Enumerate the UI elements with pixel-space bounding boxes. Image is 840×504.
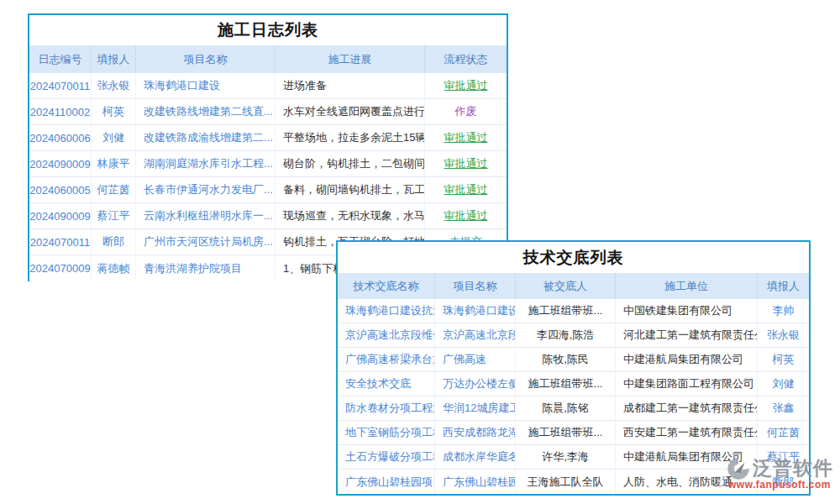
disclosure-recipient-text: 王海施工队全队 [516,470,616,494]
tech-disclosure-title: 技术交底列表 [338,242,809,273]
disclosure-reporter-link[interactable]: 刘健 [758,372,809,396]
log-project-link[interactable]: 湖南洞庭湖水库引水工程... [136,151,276,176]
disclosure-name-link[interactable]: 广东佛山碧桂园项目... [338,470,435,494]
table-row: 防水卷材分项工程施...华润12城房建工...陈晨,陈铭成都建工第一建筑有限责任… [338,396,809,421]
construction-log-title: 施工日志列表 [29,15,507,45]
disclosure-unit-text: 西安建工第一建筑有限责任公司 [616,421,758,444]
table-row: 2024090009林康平湖南洞庭湖水库引水工程...砌台阶，钩机排土，二包砌间… [29,151,507,177]
disclosure-project-link[interactable]: 京沪高速北京段维修 [435,323,516,347]
table-row: 珠海鹤港口建设抗浮...珠海鹤港口建设施工班组带班...中国铁建集团有限公司李帅 [338,299,809,323]
disclosure-recipient-text: 陈晨,陈铭 [516,396,616,420]
log-status-link[interactable]: 审批通过 [425,125,507,150]
log-progress-text: 水车对全线遮阳网覆盖点进行... [276,99,425,124]
log-progress-text: 砌台阶，钩机排土，二包砌间... [276,151,425,176]
log-status-link[interactable]: 审批通过 [425,203,507,228]
disclosure-reporter-link[interactable]: 柯英 [758,348,809,371]
column-header: 施工单位 [616,273,758,299]
table-row: 2024090009蔡江平云南水利枢纽潜明水库一...现场巡查，无积水现象，水马… [29,203,507,229]
disclosure-name-link[interactable]: 京沪高速北京段维修... [338,323,435,347]
column-header: 技术交底名称 [338,273,435,299]
log-status-link[interactable]: 审批通过 [425,73,507,98]
log-project-link[interactable]: 长春市伊通河水力发电厂... [136,177,276,202]
log-project-link[interactable]: 珠海鹤港口建设 [136,73,276,98]
log-project-link[interactable]: 青海洪湖养护院项目 [136,255,276,281]
disclosure-project-link[interactable]: 成都水岸华庭名苑... [435,445,516,469]
disclosure-unit-text: 中建集团路面工程有限公司 [616,372,758,396]
column-header: 施工进展 [276,45,425,73]
disclosure-name-link[interactable]: 安全技术交底 [338,372,435,396]
log-id-link[interactable]: 2024110002 [29,99,92,124]
construction-log-header-row: 日志编号填报人项目名称施工进展流程状态 [29,45,507,73]
disclosure-name-link[interactable]: 防水卷材分项工程施... [338,396,435,420]
disclosure-name-link[interactable]: 地下室钢筋分项工程... [338,421,435,444]
column-header: 项目名称 [136,45,276,73]
log-id-link[interactable]: 2024060006 [29,125,92,150]
log-status-link[interactable]: 审批通过 [425,151,507,176]
log-reporter-link[interactable]: 林康平 [92,151,136,176]
disclosure-unit-text: 中国铁建集团有限公司 [616,299,758,323]
log-reporter-link[interactable]: 柯英 [92,99,136,124]
disclosure-recipient-text: 陈牧,陈民 [516,348,616,371]
table-row: 2024060006刘健改建铁路成渝线增建第二...平整场地，拉走多余泥土15辆… [29,125,507,151]
column-header: 填报人 [758,273,809,299]
disclosure-project-link[interactable]: 珠海鹤港口建设 [435,299,516,323]
log-status-link[interactable]: 作废 [425,99,507,124]
log-id-link[interactable]: 2024090009 [29,203,92,228]
log-reporter-link[interactable]: 蒋德帧 [92,255,136,281]
log-id-link[interactable]: 2024070011 [29,229,92,255]
disclosure-project-link[interactable]: 万达办公楼左侧A... [435,372,516,396]
log-reporter-link[interactable]: 断郎 [92,229,136,255]
disclosure-project-link[interactable]: 广东佛山碧桂园项目 [435,470,516,494]
log-progress-text: 备料，砌间墙钩机排土，瓦工... [276,177,425,202]
disclosure-recipient-text: 施工班组带班... [516,421,616,444]
disclosure-unit-text: 中建港航局集团有限公司 [616,348,758,371]
log-reporter-link[interactable]: 蔡江平 [92,203,136,228]
disclosure-recipient-text: 许华,李海 [516,445,616,469]
log-project-link[interactable]: 改建铁路成渝线增建第二... [136,125,276,150]
table-row: 京沪高速北京段维修...京沪高速北京段维修李四海,陈浩河北建工第一建筑有限责任公… [338,323,809,348]
disclosure-reporter-link[interactable]: 李帅 [758,299,809,323]
disclosure-name-link[interactable]: 珠海鹤港口建设抗浮... [338,299,435,323]
table-row: 地下室钢筋分项工程...西安成都路龙湖上...施工班组带班...西安建工第一建筑… [338,421,809,445]
column-header: 日志编号 [29,45,92,73]
log-id-link[interactable]: 2024090009 [29,151,92,176]
disclosure-project-link[interactable]: 西安成都路龙湖上... [435,421,516,444]
disclosure-reporter-link[interactable]: 张永银 [758,323,809,347]
watermark-brand-text: 泛普软件 [753,455,833,481]
disclosure-recipient-text: 施工班组带班... [516,299,616,323]
log-reporter-link[interactable]: 刘健 [92,125,136,150]
disclosure-recipient-text: 李四海,陈浩 [516,323,616,347]
disclosure-name-link[interactable]: 土石方爆破分项工程... [338,445,435,469]
table-row: 2024060005何芷茵长春市伊通河水力发电厂...备料，砌间墙钩机排土，瓦工… [29,177,507,203]
tech-disclosure-header-row: 技术交底名称项目名称被交底人施工单位填报人 [338,273,809,299]
disclosure-unit-text: 河北建工第一建筑有限责任公司 [616,323,758,347]
fanpu-logo-icon [726,456,751,481]
log-id-link[interactable]: 2024060005 [29,177,92,202]
column-header: 项目名称 [435,273,516,299]
disclosure-project-link[interactable]: 广佛高速 [435,348,516,371]
log-project-link[interactable]: 广州市天河区统计局机房... [136,229,276,255]
log-reporter-link[interactable]: 张永银 [92,73,136,98]
column-header: 被交底人 [516,273,616,299]
disclosure-recipient-text: 施工班组带班... [516,372,616,396]
disclosure-name-link[interactable]: 广佛高速桥梁承台施... [338,348,435,371]
log-id-link[interactable]: 2024070009 [29,255,92,281]
log-reporter-link[interactable]: 何芷茵 [92,177,136,202]
log-project-link[interactable]: 改建铁路线增建第二线直... [136,99,276,124]
screen: 施工日志列表 日志编号填报人项目名称施工进展流程状态 2024070011张永银… [0,0,840,504]
disclosure-reporter-link[interactable]: 何芷茵 [758,421,809,444]
log-progress-text: 现场巡查，无积水现象，水马... [276,203,425,228]
column-header: 流程状态 [425,45,507,73]
disclosure-unit-text: 成都建工第一建筑有限责任公司 [616,396,758,420]
log-id-link[interactable]: 2024070011 [29,73,92,98]
fanpusoft-watermark: 泛普软件 www.fanpusoft.com [719,455,840,491]
disclosure-reporter-link[interactable]: 张鑫 [758,396,809,420]
log-project-link[interactable]: 云南水利枢纽潜明水库一... [136,203,276,228]
log-status-link[interactable]: 审批通过 [425,177,507,202]
log-progress-text: 进场准备 [276,73,425,98]
table-row: 2024110002柯英改建铁路线增建第二线直...水车对全线遮阳网覆盖点进行.… [29,99,507,125]
table-row: 安全技术交底万达办公楼左侧A...施工班组带班...中建集团路面工程有限公司刘健 [338,372,809,396]
table-row: 2024070011张永银珠海鹤港口建设进场准备审批通过 [29,73,507,99]
disclosure-project-link[interactable]: 华润12城房建工... [435,396,516,420]
column-header: 填报人 [92,45,136,73]
